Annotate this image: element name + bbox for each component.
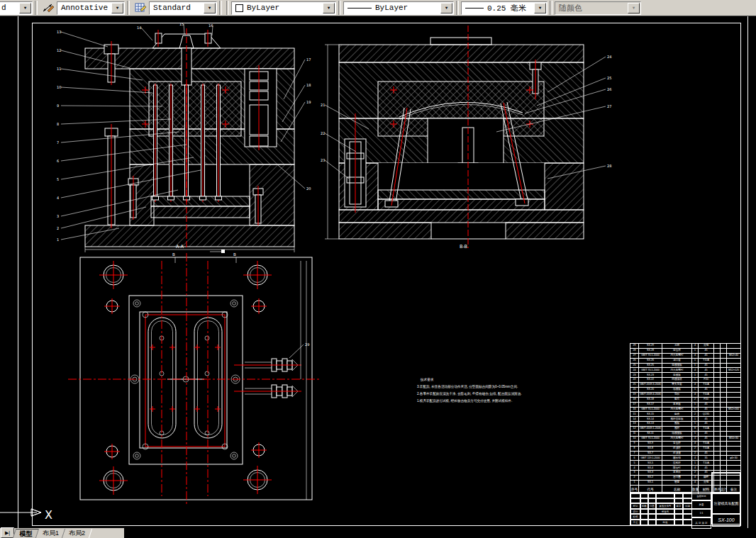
balloon-number: 6: [57, 159, 59, 163]
title-block-cell: 签字: [674, 503, 683, 509]
title-block-cell: [630, 498, 640, 504]
balloon-number: 14: [137, 26, 141, 30]
chevron-down-icon[interactable]: ▼: [19, 3, 31, 13]
drawing-number: SX-100: [712, 514, 740, 527]
lineweight-sample: [465, 8, 484, 9]
title-block-cell: 设计: [630, 509, 640, 515]
toolbar-separator: [127, 1, 130, 15]
title-block-cell: [640, 509, 648, 515]
bom-row: 25SX-25定模座板145: [630, 363, 741, 368]
ejector-positions: [150, 336, 221, 435]
bom-row: 16GB/T 70.1-2000内六角螺钉645M12×160: [630, 407, 741, 412]
tab-nav-button[interactable]: ▶|: [1, 527, 14, 538]
bom-row: 18SX-18型芯2P20: [630, 397, 741, 402]
chevron-down-icon[interactable]: ▼: [534, 3, 546, 13]
dim-style-combo[interactable]: Annotative ▼: [57, 1, 125, 15]
drawing-title: 注塑模具装配图: [712, 493, 740, 514]
bom-row: 17SX-17支承板145: [630, 402, 741, 407]
tab-布局2[interactable]: 布局2: [62, 529, 92, 538]
scale-value: 1:1: [691, 509, 711, 517]
balloon-number: 22: [321, 131, 325, 135]
balloon-number: 12: [57, 48, 61, 52]
toolbar-separator: [456, 1, 459, 15]
balloon-number: 28: [607, 164, 611, 168]
balloon-number: 20: [306, 186, 311, 191]
water-fitting-bottom: [234, 385, 301, 398]
linetype-combo[interactable]: ByLayer ▼: [343, 1, 454, 15]
bom-row: 5SX-5拉料杆1T10A: [630, 461, 741, 466]
bom-row: 14SX-14推杆固定板145: [630, 417, 741, 422]
title-block-cell: [630, 493, 640, 498]
bom-table: 29SX-29水嘴4黄铜28SX-28定位环14527GB/T 70.1-200…: [630, 343, 740, 494]
chevron-down-icon[interactable]: ▼: [440, 3, 452, 13]
bom-row: 13SX-13推板145: [630, 422, 741, 427]
balloon-number: 23: [321, 158, 325, 162]
plan-section-mark: B: [172, 252, 175, 257]
bom-row: 20SX-20动模板145: [630, 388, 741, 393]
water-fitting-top: [234, 359, 301, 371]
notes-line: 2.各零件装配前应清洗干净, 去除毛刺, 不得有碰伤·划痕, 配合面涂润滑油.: [417, 391, 566, 398]
balloon-number: 4: [57, 196, 59, 200]
balloon-number: 3: [57, 214, 59, 218]
title-block-cell: [648, 520, 656, 525]
balloon-number: 25: [607, 76, 611, 80]
bom-row: 19GB/T 4169.4-2006导柱4T10A: [630, 392, 741, 397]
balloon-number: 27: [607, 104, 611, 108]
table-style-icon[interactable]: [133, 1, 148, 15]
view1-section-AA: A-A: [85, 28, 294, 253]
plan-section-mark: B: [233, 252, 236, 257]
bom-row: 24GB/T 70.1-2000内六角螺钉445M12×125: [630, 368, 741, 373]
bom-row: 23SX-23定模板145: [630, 373, 741, 378]
balloon-number: 10: [57, 85, 61, 89]
balloon-number: 26: [607, 87, 611, 91]
bom-row: 22SX-22凹模镶块1P20: [630, 378, 741, 383]
sheet-info: 共 张 第 张: [691, 517, 711, 529]
mass-label: 质量: [691, 500, 711, 509]
title-block-cell: [674, 514, 683, 520]
layer-combo[interactable]: d ▼: [0, 1, 33, 15]
balloon-number: 16: [209, 23, 213, 28]
table-style-combo[interactable]: Standard ▼: [149, 1, 217, 15]
notes-line: 3.装配后, 检查各活动部分动作灵活, 分型面贴合间隙为0~0.05mm之间.: [417, 383, 566, 391]
ucs-icon: X: [0, 508, 52, 522]
color-combo[interactable]: ByLayer ▼: [231, 1, 336, 15]
lineweight-value: 0.25 毫米: [487, 3, 526, 13]
dim-style-value: Annotative: [61, 4, 108, 12]
bom-row: 4SX-4限位钉445: [630, 466, 741, 471]
layout-tab-bar: ▶| 模型布局1布局2: [0, 528, 124, 538]
lineweight-combo[interactable]: 0.25 毫米 ▼: [461, 1, 547, 15]
properties-toolbar: d ▼ Annotative ▼ Standard ▼ ByLayer ▼ By…: [0, 0, 756, 16]
title-block-cell: [648, 493, 656, 498]
chevron-down-icon[interactable]: ▼: [323, 3, 335, 13]
title-block-cell: 批准: [656, 520, 674, 525]
bom-row: 28SX-28定位环145: [630, 348, 741, 353]
chevron-down-icon[interactable]: ▼: [111, 3, 123, 13]
balloon-number: 21: [321, 103, 325, 107]
bom-row: 27GB/T 70.1-2000内六角螺钉445M12×40: [630, 353, 741, 358]
title-block-cell: 更改文件号: [656, 503, 674, 509]
plot-style-value: 随颜色: [559, 3, 582, 13]
title-block-cell: 标记: [630, 503, 640, 509]
bom-row: 12GB/T 4169.1-2006推杆8T10A: [630, 427, 741, 432]
chevron-down-icon[interactable]: ▼: [204, 3, 216, 13]
toolbar-separator: [550, 1, 552, 15]
dim-style-icon[interactable]: [40, 1, 56, 15]
toolbar-separator: [226, 1, 229, 15]
bom-row: 10GB/T 70.1-2000内六角螺钉445M10×30: [630, 436, 741, 441]
title-block-cell: [656, 498, 674, 504]
section-label-bb: B-B: [460, 244, 467, 250]
notes-line: 1.模具装配后进行试模, 经检验合格后方可交付使用, 并附试模样件.: [417, 398, 566, 405]
bom-row: 26SX-26浇口套1T10A: [630, 358, 741, 363]
bom-row: 21GB/T 4169.3-2006带头导套4T10A: [630, 383, 741, 388]
title-block-cell: [674, 498, 683, 504]
bom-row: 15SX-15垫块2Q235: [630, 412, 741, 417]
title-block-name-area: 注塑模具装配图 SX-100: [711, 472, 741, 525]
title-block-cell: 处数: [640, 503, 648, 509]
title-block-cell: 分区: [648, 503, 656, 509]
title-block-cell: [640, 493, 648, 498]
title-block-cell: [674, 493, 683, 498]
layer-combo-value: d: [1, 4, 6, 12]
balloon-number: 2: [57, 226, 59, 230]
leader-line: [141, 28, 152, 40]
view3-plan: B B: [68, 252, 319, 505]
